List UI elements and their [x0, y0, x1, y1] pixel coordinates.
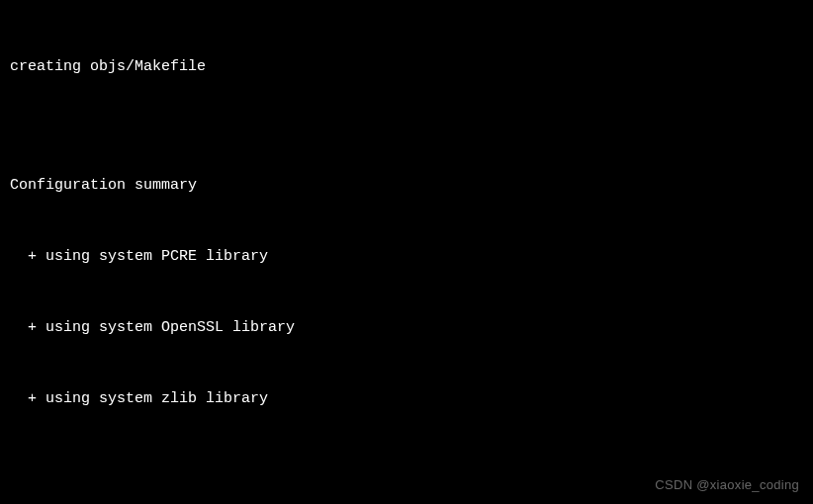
- watermark: CSDN @xiaoxie_coding: [655, 475, 799, 496]
- terminal-output: creating objs/Makefile Configuration sum…: [10, 8, 803, 504]
- output-line-creating: creating objs/Makefile: [10, 55, 803, 79]
- output-lib-pcre: + using system PCRE library: [10, 245, 803, 269]
- output-lib-openssl: + using system OpenSSL library: [10, 316, 803, 340]
- output-summary-header: Configuration summary: [10, 174, 803, 198]
- output-lib-zlib: + using system zlib library: [10, 387, 803, 411]
